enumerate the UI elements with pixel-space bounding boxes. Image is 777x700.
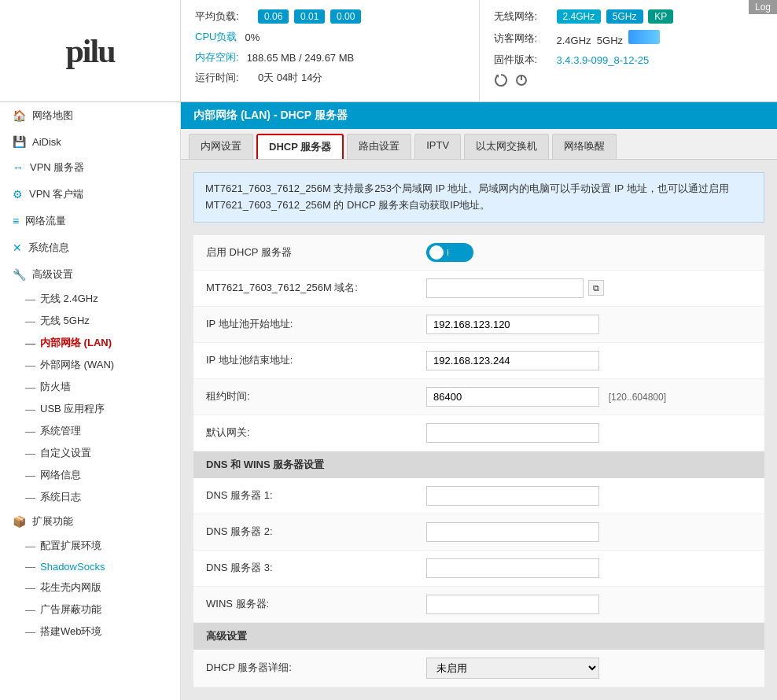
sidebar-sub-sysadmin[interactable]: — 系统管理: [0, 420, 180, 442]
content-area: 内部网络 (LAN) - DHCP 服务器 内网设置 DHCP 服务器 路由设置…: [181, 102, 777, 700]
form-row-dns1: DNS 服务器 1:: [193, 478, 764, 514]
domain-control: ⧉: [426, 278, 752, 298]
sidebar-sub-extend-env[interactable]: — 配置扩展环境: [0, 535, 180, 557]
sidebar-label-aidisk: AiDisk: [32, 136, 61, 148]
dhcp-detail-control: 未启用 已启用: [426, 658, 752, 679]
sidebar-label-traffic: 网络流量: [25, 214, 66, 228]
form-row-dhcp-detail: DHCP 服务器详细: 未启用 已启用: [193, 650, 764, 687]
vpn-server-icon: ↔: [13, 161, 24, 174]
guest-status-badge: [628, 30, 660, 44]
sidebar-sub-natapp[interactable]: — 花生壳内网版: [0, 577, 180, 599]
tab-lan-settings[interactable]: 内网设置: [189, 134, 253, 159]
dhcp-detail-select[interactable]: 未启用 已启用: [426, 658, 599, 679]
ip-end-label: IP 地址池结束地址:: [206, 353, 426, 367]
sysinfo-icon: ✕: [13, 241, 22, 254]
sidebar-label-sysinfo: 系统信息: [28, 241, 69, 255]
uptime-label: 运行时间:: [195, 71, 258, 85]
sidebar-sub-syslog[interactable]: — 系统日志: [0, 486, 180, 508]
ip-end-input[interactable]: [426, 351, 599, 370]
dns2-label: DNS 服务器 2:: [206, 525, 426, 539]
logo: pilu: [0, 0, 181, 101]
disk-icon: 💾: [13, 135, 26, 148]
tab-dhcp-server[interactable]: DHCP 服务器: [256, 134, 344, 159]
sidebar-item-network-map[interactable]: 🏠 网络地图: [0, 102, 180, 129]
dns2-input[interactable]: [426, 522, 599, 542]
uptime-value: 0天 04时 14分: [258, 71, 322, 85]
sidebar-sub-wan[interactable]: — 外部网络 (WAN): [0, 354, 180, 376]
sidebar-item-traffic[interactable]: ≡ 网络流量: [0, 208, 180, 234]
sidebar-item-vpn-client[interactable]: ⚙ VPN 客户端: [0, 181, 180, 208]
sidebar-item-aidisk[interactable]: 💾 AiDisk: [0, 129, 180, 154]
wins-input[interactable]: [426, 595, 599, 614]
sidebar-sub-wireless-5[interactable]: — 无线 5GHz: [0, 310, 180, 332]
tab-iptv[interactable]: IPTV: [414, 134, 461, 159]
home-icon: 🏠: [13, 109, 26, 122]
sidebar-sub-lan[interactable]: — 内部网络 (LAN): [0, 332, 180, 354]
dns2-control: [426, 522, 752, 542]
sidebar-sub-netinfo[interactable]: — 网络信息: [0, 464, 180, 486]
mem-link[interactable]: 内存空闲:: [195, 50, 239, 64]
advanced-icon: 🔧: [13, 268, 26, 281]
form-row-ip-end: IP 地址池结束地址:: [193, 343, 764, 379]
tab-bar: 内网设置 DHCP 服务器 路由设置 IPTV 以太网交换机 网络唤醒: [181, 129, 777, 160]
lease-range-hint: [120..604800]: [609, 392, 666, 403]
dns1-control: [426, 486, 752, 506]
cpu-value: 0%: [245, 31, 260, 43]
tab-switch[interactable]: 以太网交换机: [464, 134, 549, 159]
dns3-input[interactable]: [426, 558, 599, 578]
ip-end-control: [426, 351, 752, 370]
sidebar-label-vpn-client: VPN 客户端: [29, 187, 83, 201]
sidebar: 🏠 网络地图 💾 AiDisk ↔ VPN 服务器 ⚙ VPN 客户端 ≡ 网络…: [0, 102, 181, 700]
mem-value: 188.65 MB / 249.67 MB: [247, 52, 355, 64]
ip-start-input[interactable]: [426, 315, 599, 334]
domain-label: MT7621_7603_7612_256M 域名:: [206, 281, 426, 295]
vpn-client-icon: ⚙: [13, 188, 23, 201]
sidebar-label-network-map: 网络地图: [32, 109, 73, 123]
sidebar-sub-wireless-24[interactable]: — 无线 2.4GHz: [0, 288, 180, 310]
dns3-control: [426, 558, 752, 578]
sidebar-sub-firewall[interactable]: — 防火墙: [0, 376, 180, 398]
sidebar-item-advanced[interactable]: 🔧 高级设置: [0, 261, 180, 288]
cpu-link[interactable]: CPU负载: [195, 30, 237, 44]
sidebar-item-sysinfo[interactable]: ✕ 系统信息: [0, 234, 180, 261]
toggle-knob: [429, 245, 444, 260]
sidebar-sub-usb-app[interactable]: — USB 应用程序: [0, 398, 180, 420]
lease-label: 租约时间:: [206, 389, 426, 403]
tab-route-settings[interactable]: 路由设置: [347, 134, 411, 159]
lease-control: [120..604800]: [426, 387, 752, 407]
avg-load-label: 平均负载:: [195, 9, 258, 24]
sidebar-item-extend[interactable]: 📦 扩展功能: [0, 508, 180, 535]
domain-input[interactable]: [426, 278, 584, 298]
gateway-input[interactable]: [426, 423, 599, 443]
copy-icon[interactable]: ⧉: [588, 280, 604, 296]
sidebar-sub-custom[interactable]: — 自定义设置: [0, 442, 180, 464]
firmware-value[interactable]: 3.4.3.9-099_8-12-25: [557, 54, 650, 66]
ip-start-control: [426, 315, 752, 334]
tab-net-diagnose[interactable]: 网络唤醒: [552, 134, 617, 159]
sidebar-sub-shadowsocks[interactable]: — ShadowSocks: [0, 557, 180, 577]
wireless-24-badge[interactable]: 2.4GHz: [557, 9, 602, 24]
log-button[interactable]: Log: [749, 0, 777, 14]
dns1-input[interactable]: [426, 486, 599, 506]
gateway-label: 默认网关:: [206, 426, 426, 440]
wins-label: WINS 服务器:: [206, 597, 426, 611]
status-right-panel: 无线网络: 2.4GHz 5GHz KP 访客网络: 2.4GHz 5GHz: [480, 0, 778, 101]
wireless-5-badge[interactable]: 5GHz: [606, 9, 643, 24]
sidebar-sub-adblock[interactable]: — 广告屏蔽功能: [0, 599, 180, 621]
dns3-label: DNS 服务器 3:: [206, 561, 426, 575]
sidebar-item-vpn-server[interactable]: ↔ VPN 服务器: [0, 154, 180, 181]
form-row-gateway: 默认网关:: [193, 415, 764, 451]
form-row-dns2: DNS 服务器 2:: [193, 514, 764, 551]
firmware-label: 固件版本:: [494, 53, 557, 67]
power-icon[interactable]: [514, 73, 528, 87]
guest-5-value: 5GHz: [597, 35, 623, 46]
enable-dhcp-label: 启用 DHCP 服务器: [206, 245, 426, 260]
dhcp-toggle[interactable]: I: [426, 243, 473, 262]
lease-input[interactable]: [426, 387, 599, 407]
enable-dhcp-control[interactable]: I: [426, 243, 752, 262]
dns-section-header: DNS 和 WINS 服务器设置: [193, 451, 764, 478]
wireless-kp-badge[interactable]: KP: [648, 9, 673, 24]
refresh-icon[interactable]: [494, 73, 508, 87]
sidebar-sub-web-env[interactable]: — 搭建Web环境: [0, 621, 180, 643]
ip-start-label: IP 地址池开始地址:: [206, 317, 426, 331]
